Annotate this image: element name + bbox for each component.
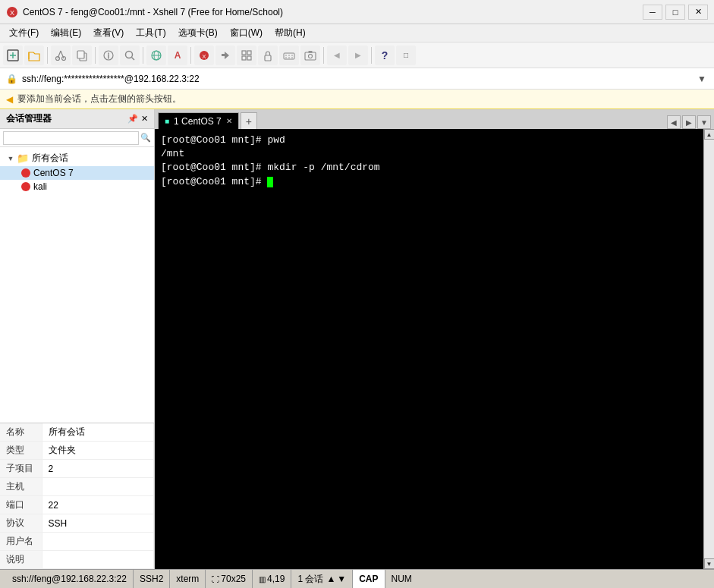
- status-scroll-up-icon[interactable]: ▲: [326, 574, 335, 584]
- menu-edit[interactable]: 编辑(E): [45, 25, 87, 41]
- status-position-text: 4,19: [267, 574, 285, 584]
- sidebar-item-all-sessions[interactable]: ▼ 📁 所有会话: [0, 150, 154, 166]
- prev-button[interactable]: ◀: [327, 46, 347, 65]
- tab-close-button[interactable]: ✕: [226, 117, 232, 125]
- toolbar-sep-6: [371, 47, 372, 64]
- terminal-body: [root@Coo01 mnt]# pwd /mnt [root@Coo01 m…: [155, 129, 714, 569]
- tab-icon: ■: [165, 117, 169, 125]
- svg-point-31: [309, 54, 313, 58]
- tab-prev-button[interactable]: ◀: [667, 115, 681, 129]
- sidebar-header-icons: 📌 ✕: [127, 114, 148, 124]
- menu-tabs[interactable]: 选项卡(B): [172, 25, 224, 41]
- address-text: ssh://feng:*****************@192.168.22.…: [22, 74, 696, 84]
- minimize-button[interactable]: ─: [643, 5, 662, 20]
- snapshot-button[interactable]: [300, 46, 320, 65]
- sidebar-search-input[interactable]: [3, 131, 139, 145]
- prop-row-note: 说明: [0, 551, 154, 569]
- lock-button[interactable]: [258, 46, 278, 65]
- svg-rect-20: [242, 56, 246, 60]
- sidebar-item-centos7[interactable]: CentOS 7: [0, 166, 154, 180]
- tab-centos7[interactable]: ■ 1 CentOS 7 ✕: [158, 112, 239, 129]
- terminal-section: ■ 1 CentOS 7 ✕ + ◀ ▶ ▼ [root@Coo01 mnt]#…: [155, 109, 714, 569]
- prop-key-children: 子项目: [0, 460, 42, 478]
- menu-view[interactable]: 查看(V): [87, 25, 130, 41]
- extra-button[interactable]: □: [396, 46, 416, 65]
- window-controls: ─ □ ✕: [643, 5, 708, 20]
- info-bar: ◀ 要添加当前会话，点击左侧的箭头按钮。: [0, 90, 714, 109]
- status-num: NUM: [385, 570, 418, 588]
- terminal-output[interactable]: [root@Coo01 mnt]# pwd /mnt [root@Coo01 m…: [155, 129, 703, 569]
- maximize-button[interactable]: □: [665, 5, 685, 20]
- sidebar-item-kali[interactable]: kali: [0, 180, 154, 193]
- svg-line-12: [132, 57, 135, 60]
- expand-icon: ▼: [6, 154, 15, 163]
- status-dimensions-icon: ⛶: [212, 575, 219, 583]
- prop-val-type: 文件夹: [42, 442, 154, 460]
- menu-help[interactable]: 帮助(H): [269, 25, 312, 41]
- svg-text:X: X: [10, 9, 14, 17]
- status-dimensions: ⛶ 70x25: [206, 570, 253, 588]
- svg-rect-19: [247, 51, 251, 55]
- svg-rect-30: [305, 52, 316, 60]
- title-bar: X CentOS 7 - feng@Coo01:/mnt - Xshell 7 …: [0, 0, 714, 24]
- toolbar-sep-3: [143, 47, 143, 64]
- toolbar-sep-2: [95, 47, 96, 64]
- scroll-up-arrow[interactable]: ▲: [704, 129, 715, 140]
- search-button[interactable]: [120, 46, 140, 65]
- open-button[interactable]: [24, 46, 44, 65]
- tab-next-button[interactable]: ▶: [682, 115, 696, 129]
- connect-button[interactable]: [146, 46, 166, 65]
- menu-window[interactable]: 窗口(W): [224, 25, 269, 41]
- status-protocol-text: SSH2: [140, 574, 163, 584]
- pin-icon[interactable]: 📌: [127, 114, 138, 124]
- terminal-line-3: [root@Coo01 mnt]# mkdir -p /mnt/cdrom: [161, 161, 697, 175]
- sftp-button[interactable]: [215, 46, 235, 65]
- prop-val-note: [42, 551, 154, 569]
- add-tab-button[interactable]: +: [241, 112, 257, 129]
- toolbar-sep-5: [323, 47, 324, 64]
- help-button[interactable]: ?: [375, 46, 395, 65]
- status-sessions: 1 会话 ▲ ▼: [291, 570, 353, 588]
- prop-key-host: 主机: [0, 478, 42, 496]
- status-scroll-down-icon[interactable]: ▼: [337, 574, 346, 584]
- properties-table: 名称 所有会话 类型 文件夹 子项目 2 主机 端口 22: [0, 423, 154, 569]
- svg-rect-10: [77, 51, 84, 58]
- scroll-down-arrow[interactable]: ▼: [704, 558, 715, 569]
- sidebar-tree: ▼ 📁 所有会话 CentOS 7 kali: [0, 147, 154, 423]
- terminal-scrollbar[interactable]: ▲ ▼: [703, 129, 714, 569]
- status-cap-text: CAP: [359, 574, 378, 584]
- menu-file[interactable]: 文件(F): [3, 25, 45, 41]
- status-num-text: NUM: [392, 574, 412, 584]
- address-dropdown-button[interactable]: ▼: [696, 73, 708, 85]
- logo-button[interactable]: X: [194, 46, 214, 65]
- sidebar-close-icon[interactable]: ✕: [141, 114, 148, 124]
- status-terminal: xterm: [170, 570, 206, 588]
- next-button[interactable]: ▶: [348, 46, 368, 65]
- tab-menu-button[interactable]: ▼: [697, 115, 711, 129]
- new-session-button[interactable]: [3, 46, 23, 65]
- main-area: 会话管理器 📌 ✕ 🔍 ▼ 📁 所有会话 CentOS 7: [0, 109, 714, 569]
- prop-row-name: 名称 所有会话: [0, 423, 154, 442]
- close-button[interactable]: ✕: [688, 5, 708, 20]
- address-bar: 🔒 ssh://feng:*****************@192.168.2…: [0, 68, 714, 90]
- copy-button[interactable]: [72, 46, 92, 65]
- prop-key-protocol: 协议: [0, 514, 42, 533]
- svg-rect-22: [265, 55, 271, 61]
- keyboard-button[interactable]: [279, 46, 299, 65]
- font-button[interactable]: A: [168, 46, 187, 65]
- lock-icon: 🔒: [6, 74, 17, 84]
- status-sessions-text: 1 会话: [297, 573, 323, 586]
- sidebar-search-icon[interactable]: 🔍: [140, 133, 151, 143]
- prop-val-host: [42, 478, 154, 496]
- properties-button[interactable]: [99, 46, 118, 65]
- prop-row-port: 端口 22: [0, 496, 154, 514]
- tab-nav: ◀ ▶ ▼: [667, 115, 711, 129]
- cut-button[interactable]: [51, 46, 71, 65]
- svg-rect-23: [284, 53, 294, 59]
- fullscreen-button[interactable]: [237, 46, 256, 65]
- menu-tools[interactable]: 工具(T): [130, 25, 171, 41]
- kali-status-icon: [21, 182, 30, 191]
- status-connection-text: ssh://feng@192.168.22.3:22: [12, 574, 127, 584]
- prop-val-name: 所有会话: [42, 423, 154, 442]
- prop-key-name: 名称: [0, 423, 42, 442]
